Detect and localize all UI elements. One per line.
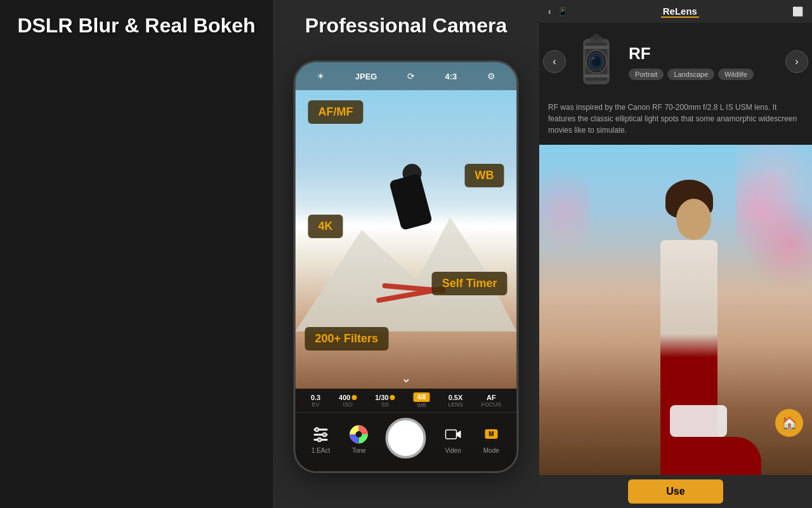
- phone-screen: ☀ JPEG ⟳ 4:3 ⚙ AF/MF WB 4K Self Timer 20…: [296, 62, 517, 471]
- lens-next-button[interactable]: ›: [785, 50, 808, 73]
- mode-icon: M: [480, 423, 502, 446]
- panel-dslr-blur: DSLR Blur & Real Bokeh f / 2.0 f/30 f/2.…: [0, 0, 273, 508]
- relens-topbar: ‹ 📱 ReLens ⬜: [539, 0, 812, 23]
- person-lap: [666, 437, 761, 475]
- video-icon: [442, 423, 464, 446]
- video-control[interactable]: Video: [442, 423, 464, 454]
- focus-setting: AF FOCUS: [481, 394, 502, 408]
- sample-photo: 🏠: [539, 145, 812, 475]
- lens-image: [572, 33, 620, 90]
- svg-rect-23: [445, 430, 456, 439]
- scroll-down-icon[interactable]: ⌄: [401, 370, 412, 385]
- ss-label: SS: [381, 401, 389, 408]
- selftimer-label: Self Timer: [432, 272, 508, 295]
- lens-tag-wildlife[interactable]: Wildlife: [718, 69, 753, 80]
- phone-mockup: ☀ JPEG ⟳ 4:3 ⚙ AF/MF WB 4K Self Timer 20…: [294, 60, 519, 473]
- camera-switch-icon[interactable]: ⟳: [407, 71, 415, 81]
- use-button-area: Use: [539, 475, 812, 508]
- iso-label: ISO: [343, 401, 353, 408]
- filters-ctrl-label: 1:EAct: [311, 447, 330, 454]
- svg-rect-33: [593, 34, 599, 39]
- filters-control[interactable]: 1:EAct: [310, 423, 332, 454]
- camera-ratio: 4:3: [445, 72, 457, 81]
- back-arrow-icon[interactable]: ‹: [548, 6, 551, 17]
- lens-prev-button[interactable]: ‹: [543, 50, 566, 73]
- app-title: ReLens: [661, 6, 699, 17]
- settings-icon[interactable]: ⚙: [487, 71, 495, 81]
- lens-name: RF: [629, 44, 779, 64]
- panel-professional-camera: Professional Camera ☀ JPEG ⟳ 4:3 ⚙: [273, 0, 539, 508]
- lens-tags: Portrait Landscape Wildlife: [629, 69, 779, 80]
- flowers-left: [539, 145, 590, 277]
- shutter-control[interactable]: [386, 418, 426, 458]
- camera-controls-row: 1:EAct: [296, 413, 517, 464]
- camera-settings-row: 0.3 EV 400 ISO 1/30 SS 4/8 WB: [296, 389, 517, 413]
- title-underline: [661, 17, 699, 18]
- phone-status-icon: 📱: [558, 7, 568, 17]
- person-head: [676, 199, 711, 240]
- shutter-button[interactable]: [386, 418, 426, 458]
- lens-description: RF was inspired by the Canon RF 70-200mm…: [539, 95, 812, 145]
- lens-info: RF Portrait Landscape Wildlife: [570, 33, 782, 90]
- mode-ctrl-label: Mode: [483, 447, 499, 454]
- afmf-label: AF/MF: [308, 100, 363, 124]
- camera-format: JPEG: [355, 72, 377, 81]
- lens-tag-landscape[interactable]: Landscape: [667, 69, 714, 80]
- topbar-right-icons: ⬜: [792, 6, 803, 17]
- iso-value: 400: [339, 394, 357, 401]
- 4k-label: 4K: [308, 215, 343, 238]
- focus-label: FOCUS: [481, 401, 502, 408]
- lens-label: LENS: [448, 401, 463, 408]
- camera-mode-icon: ☀: [317, 71, 325, 81]
- ev-setting: 0.3 EV: [311, 394, 320, 408]
- ss-setting: 1/30 SS: [375, 394, 395, 408]
- ss-badge: [390, 395, 395, 400]
- mode-badge: M: [485, 429, 497, 439]
- use-button[interactable]: Use: [628, 479, 723, 504]
- wb-setting: 4/8 WB: [413, 392, 429, 408]
- ss-value: 1/30: [375, 394, 395, 401]
- mode-control[interactable]: M Mode: [480, 423, 502, 454]
- panel-relens: ‹ 📱 ReLens ⬜ ‹: [539, 0, 812, 508]
- svg-point-19: [323, 432, 327, 436]
- iso-setting: 400 ISO: [339, 394, 357, 408]
- white-shirt: [670, 405, 727, 437]
- lens-selector: ‹: [539, 23, 812, 95]
- skier-body: [388, 173, 432, 231]
- camera-bottom-bar: 0.3 EV 400 ISO 1/30 SS 4/8 WB: [296, 389, 517, 471]
- svg-point-18: [315, 427, 319, 431]
- wb-label-bottom: WB: [417, 402, 426, 408]
- filters-label: 200+ Filters: [305, 327, 389, 351]
- tone-ctrl-label: Tone: [352, 447, 366, 454]
- tone-icon: [348, 423, 370, 446]
- lens-setting: 0.5X LENS: [448, 394, 463, 408]
- ev-label: EV: [312, 401, 320, 408]
- tone-control[interactable]: Tone: [348, 423, 370, 454]
- chat-bubble-button[interactable]: 🏠: [775, 409, 803, 437]
- svg-rect-31: [584, 74, 609, 77]
- svg-point-20: [318, 438, 322, 441]
- lens-details: RF Portrait Landscape Wildlife: [629, 44, 779, 80]
- panel2-title: Professional Camera: [273, 14, 539, 37]
- sample-photo-visual: [539, 145, 812, 475]
- svg-rect-30: [584, 46, 609, 49]
- lens-value: 0.5X: [449, 394, 463, 401]
- lens-tag-portrait[interactable]: Portrait: [629, 69, 664, 80]
- topbar-left-icons: ‹ 📱: [548, 6, 568, 17]
- app-title-container: ReLens: [661, 6, 699, 18]
- svg-point-22: [356, 431, 362, 438]
- lens-image-container: [572, 33, 620, 90]
- wb-value: 4/8: [413, 392, 429, 402]
- ev-value: 0.3: [311, 394, 320, 401]
- camera-top-bar: ☀ JPEG ⟳ 4:3 ⚙: [296, 62, 517, 90]
- focus-value: AF: [487, 394, 496, 401]
- square-icon[interactable]: ⬜: [792, 6, 803, 17]
- lens-svg: [574, 33, 619, 90]
- wb-label: WB: [465, 164, 504, 187]
- video-ctrl-label: Video: [445, 447, 461, 454]
- chat-icon: 🏠: [782, 415, 797, 431]
- iso-badge: [351, 395, 357, 400]
- panel1-title: DSLR Blur & Real Bokeh: [0, 14, 273, 508]
- filters-icon: [310, 423, 332, 446]
